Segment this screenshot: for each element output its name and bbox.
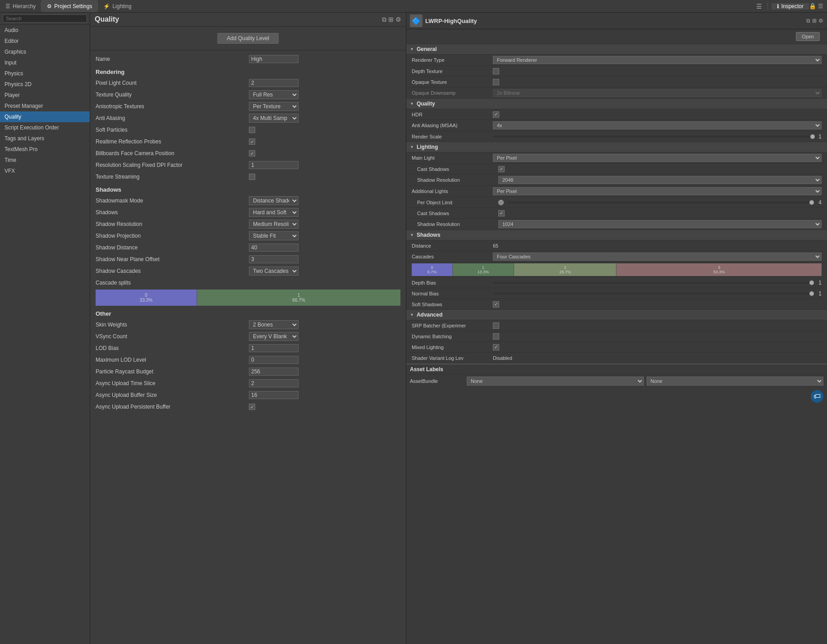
inspector-copy-icon[interactable]: ⧉: [806, 18, 810, 24]
sidebar-item-input[interactable]: Input: [0, 57, 90, 68]
tab-project-settings[interactable]: ⚙ Project Settings: [41, 0, 97, 12]
inspector-shadows-section[interactable]: Shadows: [406, 230, 827, 240]
shadows-select[interactable]: Hard and Soft: [249, 208, 299, 217]
realtime-reflection-checkbox[interactable]: [249, 138, 255, 145]
texture-quality-select[interactable]: Full Res: [249, 90, 299, 99]
assetbundle-select-2[interactable]: None: [647, 377, 824, 386]
billboards-checkbox[interactable]: [249, 150, 255, 156]
name-input[interactable]: [249, 55, 299, 63]
sidebar-item-quality[interactable]: Quality: [0, 111, 90, 122]
inspector-layout-icon[interactable]: ⊞: [812, 18, 817, 24]
dynamic-batching-checkbox[interactable]: [493, 333, 499, 340]
inspector-open-button[interactable]: Open: [796, 32, 820, 41]
lock-icon[interactable]: 🔒: [809, 3, 816, 9]
depth-bias-slider[interactable]: [493, 282, 815, 284]
shadow-projection-select[interactable]: Stable Fit: [249, 231, 299, 240]
sidebar-item-time[interactable]: Time: [0, 155, 90, 166]
pixel-light-count-input[interactable]: [249, 79, 299, 87]
shadow-near-plane-input[interactable]: [249, 255, 299, 263]
particle-raycast-input[interactable]: [249, 368, 299, 376]
main-light-shadow-resolution-select[interactable]: 2048: [498, 176, 822, 184]
render-scale-slider-container: 1: [493, 133, 822, 140]
max-lod-level-input[interactable]: [249, 356, 299, 364]
shadow-resolution-select[interactable]: Medium Resoli: [249, 220, 299, 229]
texture-streaming-label: Texture Streaming: [96, 174, 249, 180]
cascade-splits-label-row: Cascade splits: [96, 278, 400, 288]
sidebar-item-graphics[interactable]: Graphics: [0, 46, 90, 57]
depth-bias-thumb[interactable]: [809, 281, 814, 285]
soft-particles-checkbox[interactable]: [249, 127, 255, 133]
soft-shadows-checkbox[interactable]: [493, 301, 499, 308]
shadow-distance-input[interactable]: [249, 244, 299, 252]
shadows-label: Shadows: [96, 209, 249, 216]
skin-weights-select[interactable]: 2 Bones: [249, 320, 299, 329]
sidebar-item-player[interactable]: Player: [0, 90, 90, 101]
sidebar-item-script-execution-order[interactable]: Script Execution Order: [0, 122, 90, 133]
sidebar-item-vfx[interactable]: VFX: [0, 166, 90, 176]
per-object-limit-thumb[interactable]: [809, 200, 814, 205]
quality-icon-layout[interactable]: ⊞: [388, 16, 394, 23]
msaa-select[interactable]: 4x: [493, 121, 822, 129]
renderer-type-select[interactable]: Forward Renderer: [493, 56, 822, 64]
anti-aliasing-select[interactable]: 4x Multi Samp: [249, 114, 299, 123]
vsync-count-row: VSync Count Every V Blank: [96, 331, 400, 341]
inspector-gear-icon[interactable]: ⚙: [818, 18, 823, 24]
resolution-scaling-input[interactable]: [249, 161, 299, 169]
tab-lighting[interactable]: ⚡ Lighting: [98, 0, 137, 12]
asset-labels-icon[interactable]: 🏷: [811, 390, 823, 403]
quality-icon-copy[interactable]: ⧉: [382, 16, 386, 23]
quality-icon-menu[interactable]: ⚙: [395, 16, 401, 23]
sidebar-item-editor[interactable]: Editor: [0, 36, 90, 46]
insp-cascades-row: Cascades Four Cascades: [406, 251, 827, 262]
srp-batcher-checkbox[interactable]: [493, 322, 499, 329]
vsync-count-select[interactable]: Every V Blank: [249, 332, 299, 341]
sidebar-item-physics2d[interactable]: Physics 2D: [0, 79, 90, 90]
async-upload-buffer-input[interactable]: [249, 391, 299, 399]
mixed-lighting-checkbox[interactable]: [493, 344, 499, 350]
sidebar-search-input[interactable]: [3, 14, 87, 23]
main-light-cast-shadows-checkbox[interactable]: [498, 166, 505, 172]
tab-bar-menu[interactable]: ☰: [756, 3, 766, 10]
render-scale-slider[interactable]: [493, 136, 816, 138]
add-lights-cast-shadows-checkbox[interactable]: [498, 210, 505, 216]
rendering-section-title: Rendering: [96, 69, 400, 75]
main-light-select[interactable]: Per Pixel: [493, 154, 822, 162]
depth-texture-checkbox[interactable]: [493, 68, 499, 74]
sidebar-item-tags-and-layers[interactable]: Tags and Layers: [0, 133, 90, 144]
assetbundle-select-1[interactable]: None: [467, 377, 644, 386]
async-upload-time-input[interactable]: [249, 379, 299, 387]
per-object-limit-radio[interactable]: [498, 200, 504, 205]
sidebar-item-audio[interactable]: Audio: [0, 25, 90, 36]
sidebar-item-preset-manager[interactable]: Preset Manager: [0, 101, 90, 111]
normal-bias-thumb[interactable]: [809, 291, 814, 296]
insp-cascades-select[interactable]: Four Cascades: [493, 253, 822, 261]
shadow-distance-row: Shadow Distance: [96, 243, 400, 253]
normal-bias-slider[interactable]: [493, 293, 815, 294]
tab-hierarchy[interactable]: ☰ Hierarchy: [0, 0, 41, 12]
anisotropic-textures-select[interactable]: Per Texture: [249, 102, 299, 111]
opaque-downsample-select[interactable]: 2x Bilinear: [493, 89, 822, 97]
inspector-quality-section[interactable]: Quality: [406, 99, 827, 109]
hdr-checkbox[interactable]: [493, 111, 499, 118]
render-scale-thumb[interactable]: [810, 134, 815, 139]
tab-inspector[interactable]: ℹ Inspector: [772, 3, 809, 9]
inspector-lighting-section[interactable]: Lighting: [406, 142, 827, 152]
add-quality-level-button[interactable]: Add Quality Level: [217, 33, 279, 44]
lod-bias-input[interactable]: [249, 344, 299, 352]
inspector-menu-icon[interactable]: ☰: [818, 3, 823, 9]
opaque-texture-checkbox[interactable]: [493, 79, 499, 85]
per-object-limit-slider[interactable]: [507, 202, 815, 203]
async-upload-persistent-checkbox[interactable]: [249, 404, 255, 410]
pixel-light-count-label: Pixel Light Count: [96, 80, 249, 86]
shadow-cascades-select[interactable]: Two Cascades: [249, 267, 299, 276]
inspector-advanced-section[interactable]: Advanced: [406, 310, 827, 320]
max-lod-level-row: Maximum LOD Level: [96, 355, 400, 365]
sidebar-item-physics[interactable]: Physics: [0, 68, 90, 79]
per-object-limit-row: Per Object Limit 4: [406, 197, 827, 208]
texture-streaming-checkbox[interactable]: [249, 174, 255, 180]
additional-lights-select[interactable]: Per Pixel: [493, 187, 822, 195]
inspector-general-section[interactable]: General: [406, 44, 827, 55]
add-lights-shadow-resolution-select[interactable]: 1024: [498, 220, 822, 228]
sidebar-item-textmesh-pro[interactable]: TextMesh Pro: [0, 144, 90, 155]
shadowmask-mode-select[interactable]: Distance Shade: [249, 196, 299, 205]
